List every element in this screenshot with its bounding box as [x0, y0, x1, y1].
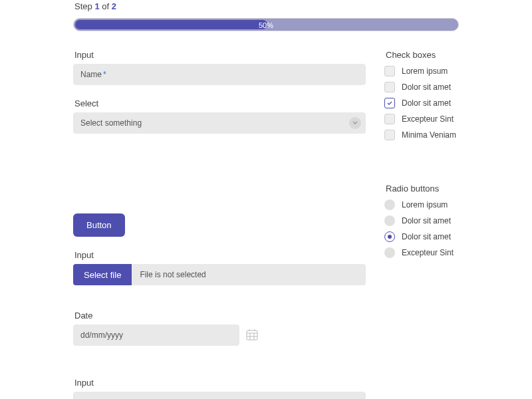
checkbox-box[interactable]	[384, 82, 395, 92]
calendar-icon[interactable]	[246, 329, 258, 342]
checkbox-list: Lorem ipsumDolor sit ametDolor sit ametE…	[384, 64, 459, 142]
radio-circle[interactable]	[384, 247, 395, 258]
progress-bar: 50%	[73, 18, 459, 31]
checkbox-item[interactable]: Dolor sit amet	[384, 80, 459, 94]
select-label: Select	[74, 98, 366, 108]
date-input[interactable]: dd/mm/yyyy	[73, 325, 239, 346]
file-label: Input	[74, 250, 366, 260]
checkbox-label: Dolor sit amet	[402, 82, 451, 92]
name-placeholder: Name	[80, 70, 102, 79]
step-prefix: Step	[74, 1, 92, 11]
radio-item[interactable]: Dolor sit amet	[384, 213, 459, 228]
radio-item[interactable]: Excepteur Sint	[384, 245, 459, 260]
select-input[interactable]: Select something	[73, 112, 366, 134]
date-placeholder: dd/mm/yyyy	[80, 331, 123, 340]
svg-rect-0	[247, 331, 257, 340]
checkbox-item[interactable]: Lorem ipsum	[384, 64, 459, 78]
radio-label: Excepteur Sint	[402, 248, 454, 257]
chevron-down-icon	[349, 117, 361, 129]
checkbox-box[interactable]	[384, 98, 395, 108]
date-label: Date	[74, 311, 366, 321]
checkbox-box[interactable]	[384, 114, 395, 124]
checkbox-label: Lorem ipsum	[402, 66, 448, 76]
radio-list: Lorem ipsumDolor sit ametDolor sit ametE…	[384, 198, 459, 260]
radio-circle[interactable]	[384, 215, 395, 226]
file-status: File is not selected	[132, 264, 366, 285]
step-indicator: Step 1 of 2	[74, 1, 459, 11]
progress-text: 50%	[74, 19, 458, 31]
name-input[interactable]: Name *	[73, 64, 366, 85]
checkbox-item[interactable]: Minima Veniam	[384, 128, 459, 142]
textarea-label: Input	[74, 378, 366, 388]
select-placeholder: Select something	[80, 118, 142, 128]
checkbox-group-label: Check boxes	[386, 50, 459, 60]
textarea-input[interactable]: Your text	[73, 392, 366, 399]
checkbox-label: Minima Veniam	[402, 130, 456, 140]
primary-button-label: Button	[86, 220, 112, 230]
required-mark: *	[103, 70, 106, 79]
radio-item[interactable]: Dolor sit amet	[384, 229, 459, 244]
radio-item[interactable]: Lorem ipsum	[384, 198, 459, 212]
checkbox-box[interactable]	[384, 66, 395, 76]
radio-circle[interactable]	[384, 200, 395, 210]
radio-circle[interactable]	[384, 231, 395, 242]
checkbox-item[interactable]: Excepteur Sint	[384, 112, 459, 126]
checkbox-label: Dolor sit amet	[402, 98, 451, 108]
radio-group-label: Radio buttons	[386, 184, 459, 194]
step-current: 1	[94, 1, 99, 11]
primary-button[interactable]: Button	[73, 213, 125, 237]
select-file-button-label: Select file	[84, 270, 121, 280]
step-total: 2	[112, 1, 116, 11]
name-label: Input	[74, 50, 366, 60]
checkbox-item[interactable]: Dolor sit amet	[384, 96, 459, 110]
select-file-button[interactable]: Select file	[73, 264, 132, 285]
radio-dot	[388, 235, 392, 239]
checkbox-label: Excepteur Sint	[402, 114, 454, 124]
radio-label: Lorem ipsum	[402, 200, 448, 209]
checkbox-box[interactable]	[384, 130, 395, 140]
step-of: of	[102, 1, 109, 11]
radio-label: Dolor sit amet	[402, 232, 451, 241]
radio-label: Dolor sit amet	[402, 216, 451, 225]
